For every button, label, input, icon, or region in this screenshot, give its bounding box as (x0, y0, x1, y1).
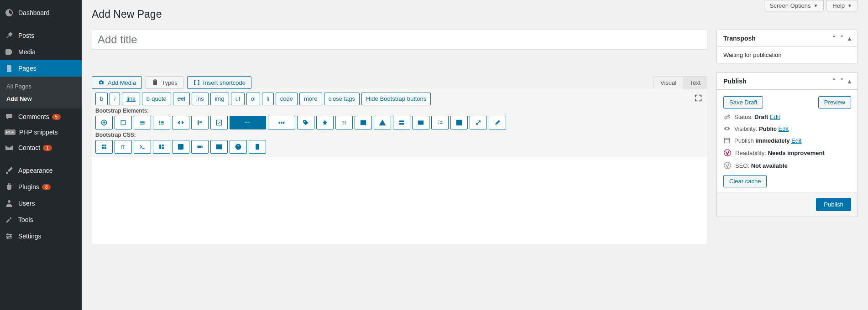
key-icon (723, 113, 731, 120)
qt-li[interactable]: li (262, 93, 274, 105)
media-icon (5, 47, 14, 57)
qt-more[interactable]: more (299, 93, 322, 105)
sidebar-item-contact[interactable]: Contact 1 (0, 140, 82, 156)
transposh-header[interactable]: Transposh ˄ ˅ ▴ (717, 30, 858, 47)
submenu-add-new[interactable]: Add New (0, 93, 82, 105)
qt-hide-bootstrap[interactable]: Hide Bootstrap buttons (361, 93, 431, 105)
move-up-icon[interactable]: ˄ (832, 35, 836, 42)
edit-schedule-link[interactable]: Edit (791, 137, 801, 144)
qt-link[interactable]: link (122, 93, 140, 105)
svg-point-4 (7, 233, 9, 235)
css-text-icon[interactable]: !T (115, 140, 132, 154)
bs-arrows-icon[interactable] (230, 116, 266, 129)
css-mobile-icon[interactable] (249, 140, 266, 154)
clipboard-icon (152, 79, 159, 86)
toggle-icon[interactable]: ▴ (848, 78, 851, 85)
move-up-icon[interactable]: ˄ (832, 78, 836, 85)
css-help-icon[interactable]: ? (230, 140, 247, 154)
publish-header[interactable]: Publish ˄ ˅ ▴ (717, 73, 858, 90)
bs-image-icon[interactable] (355, 116, 372, 129)
qt-ul[interactable]: ul (231, 93, 245, 105)
fullscreen-icon[interactable] (694, 94, 702, 103)
css-button-icon[interactable] (191, 140, 209, 154)
qt-ol[interactable]: ol (246, 93, 260, 105)
bs-quote-icon[interactable] (191, 116, 209, 129)
qt-img[interactable]: img (210, 93, 229, 105)
sidebar-item-plugins[interactable]: Plugins 8 (0, 179, 82, 195)
bs-css-label: Bootstrap CSS: (95, 132, 704, 138)
qt-bquote[interactable]: b-quote (142, 93, 171, 105)
title-input[interactable] (92, 30, 707, 50)
css-check-icon[interactable] (172, 140, 189, 154)
sidebar-item-tools[interactable]: Tools (0, 212, 82, 228)
bs-compose-icon[interactable] (450, 116, 468, 129)
svg-point-56 (257, 148, 258, 149)
bs-list-icon[interactable] (134, 116, 151, 129)
bs-code-icon[interactable] (172, 116, 189, 129)
types-button[interactable]: Types (146, 76, 183, 89)
publish-metabox: Publish ˄ ˅ ▴ Save Draft Preview (716, 72, 858, 217)
css-terminal-icon[interactable] (134, 140, 151, 154)
clear-cache-button[interactable]: Clear cache (723, 175, 767, 187)
bs-rows-icon[interactable] (393, 116, 410, 129)
sidebar-item-users[interactable]: Users (0, 195, 82, 212)
bs-pencil-icon[interactable] (489, 116, 506, 129)
insert-shortcode-button[interactable]: Insert shortcode (187, 76, 251, 89)
bs-star-icon[interactable] (316, 116, 334, 129)
css-grid-icon[interactable] (95, 140, 113, 154)
svg-text:!T: !T (120, 145, 125, 150)
sidebar-item-media[interactable]: Media (0, 44, 82, 60)
bs-plus-icon[interactable] (95, 116, 113, 129)
sidebar-item-php-snippets[interactable]: PHP PHP snippets (0, 125, 82, 140)
submenu-all-pages[interactable]: All Pages (0, 80, 82, 93)
svg-rect-44 (105, 147, 106, 149)
qt-italic[interactable]: i (110, 93, 120, 105)
sidebar-label: Users (18, 200, 35, 207)
svg-rect-38 (440, 121, 443, 122)
bs-tag-icon[interactable] (297, 116, 314, 129)
yoast-readability-icon (723, 149, 732, 157)
preview-button[interactable]: Preview (818, 96, 851, 108)
bs-checklist-icon[interactable] (431, 116, 449, 129)
publish-button[interactable]: Publish (816, 198, 851, 211)
sidebar-label: Dashboard (18, 9, 50, 16)
qt-ins[interactable]: ins (192, 93, 209, 105)
bs-expand-icon[interactable] (470, 116, 487, 129)
bs-heading-icon[interactable]: H (335, 116, 353, 129)
bs-edit-icon[interactable] (210, 116, 228, 129)
qt-del[interactable]: del (173, 93, 190, 105)
qt-close-tags[interactable]: close tags (324, 93, 360, 105)
bs-columns-icon[interactable] (268, 116, 295, 129)
sidebar-item-appearance[interactable]: Appearance (0, 162, 82, 179)
add-media-button[interactable]: Add Media (92, 76, 142, 89)
tab-visual[interactable]: Visual (654, 77, 683, 89)
bs-panel-icon[interactable] (115, 116, 132, 129)
qt-bold[interactable]: b (95, 93, 108, 105)
svg-rect-31 (361, 120, 366, 125)
css-image-icon[interactable] (210, 140, 228, 154)
move-down-icon[interactable]: ˅ (840, 35, 843, 42)
edit-visibility-link[interactable]: Edit (779, 125, 789, 132)
toggle-icon[interactable]: ▴ (848, 35, 851, 42)
tab-text[interactable]: Text (683, 77, 707, 89)
bs-bullets-icon[interactable] (153, 116, 170, 129)
move-down-icon[interactable]: ˅ (840, 78, 843, 85)
main-content: Screen Options▼ Help▼ Add New Page Add M… (82, 0, 868, 310)
sidebar-item-pages[interactable]: Pages (0, 60, 82, 77)
sidebar-item-dashboard[interactable]: Dashboard (0, 5, 82, 21)
svg-rect-9 (154, 79, 157, 81)
qt-code[interactable]: code (276, 93, 298, 105)
sidebar-item-comments[interactable]: Comments 5 (0, 108, 82, 125)
save-draft-button[interactable]: Save Draft (723, 96, 763, 108)
sidebar-item-settings[interactable]: Settings (0, 228, 82, 244)
bs-video-icon[interactable] (412, 116, 429, 129)
edit-status-link[interactable]: Edit (770, 114, 780, 120)
editor-textarea[interactable] (92, 157, 707, 244)
bs-warning-icon[interactable] (374, 116, 391, 129)
svg-rect-41 (102, 145, 104, 146)
screen-options-button[interactable]: Screen Options▼ (764, 0, 824, 11)
css-layout-icon[interactable] (153, 140, 170, 154)
svg-text:?: ? (237, 145, 240, 149)
sidebar-item-posts[interactable]: Posts (0, 27, 82, 44)
help-button[interactable]: Help▼ (826, 0, 858, 11)
